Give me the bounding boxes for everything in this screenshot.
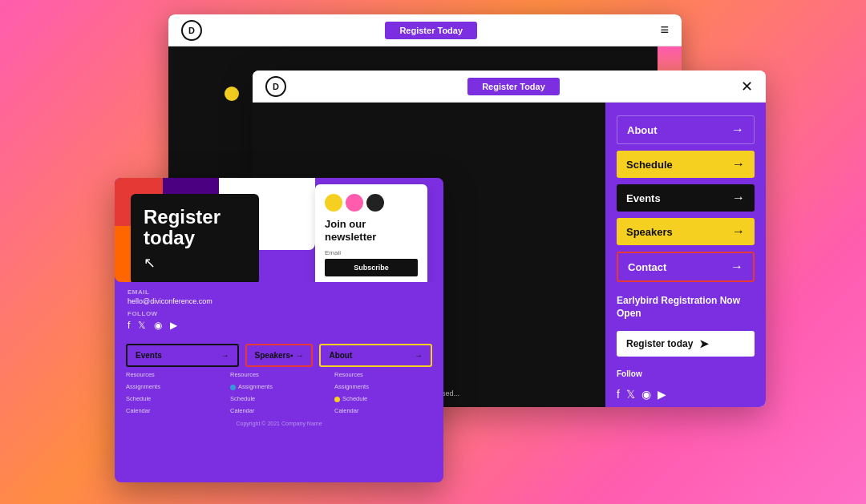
nav-item-contact[interactable]: Contact → <box>617 252 755 282</box>
newsletter-circles <box>325 194 418 212</box>
speakers-front-arrow: ▪ → <box>290 351 303 360</box>
nav-speakers-label: Speakers <box>626 226 673 238</box>
logo-back: D <box>181 20 202 41</box>
register-btn-mid[interactable]: Register Today <box>467 78 560 95</box>
newsletter-card: Join our newsletter Email Subscribe <box>315 184 427 282</box>
yellow-dot-decoration <box>225 87 239 101</box>
sub-link-col-2: Resources Assignments Schedule Calendar <box>230 370 328 416</box>
copyright: Copyright © 2021 Company Name <box>115 416 443 429</box>
nav-events-front-arrow: → <box>221 351 229 360</box>
footer-follow-label: FOLLOW <box>127 310 431 317</box>
register-btn-back[interactable]: Register Today <box>385 22 477 39</box>
nav-schedule-label: Schedule <box>626 159 673 171</box>
sub-link-calendar-1[interactable]: Calendar <box>126 406 224 416</box>
dark-circle <box>366 194 384 212</box>
menu-icon-back[interactable]: ≡ <box>660 22 669 38</box>
sub-links-row: Resources Assignments Schedule Calendar … <box>115 367 443 416</box>
sub-link-schedule-3[interactable]: Schedule <box>334 394 432 404</box>
cursor-icon-nav: ➤ <box>699 337 709 350</box>
nav-links-row: Events → Speakers ▪ → About → <box>115 344 443 367</box>
nav-panel-mid: About → Schedule → Events → Speakers → C… <box>605 103 766 407</box>
footer-instagram-icon[interactable]: ◉ <box>154 320 162 331</box>
footer-email: hello@diviconference.com <box>127 297 431 305</box>
earlybird-title-nav: Earlybird Registration Now Open <box>617 295 755 320</box>
sub-link-calendar-2[interactable]: Calendar <box>230 406 328 416</box>
nav-item-schedule[interactable]: Schedule → <box>617 151 755 178</box>
register-text: Register today <box>144 207 246 249</box>
social-youtube-icon[interactable]: ▶ <box>658 388 666 401</box>
close-icon-mid[interactable]: ✕ <box>741 78 753 95</box>
nav-link-events[interactable]: Events → <box>126 344 239 367</box>
nav-about-front-arrow: → <box>415 351 423 360</box>
sub-link-schedule-1[interactable]: Schedule <box>126 394 224 404</box>
pink-circle <box>346 194 363 212</box>
social-instagram-icon[interactable]: ◉ <box>641 388 651 401</box>
register-card[interactable]: Register today ↖ <box>131 194 259 282</box>
nav-about-label: About <box>627 124 658 136</box>
nav-speakers-front-label: Speakers <box>255 351 290 360</box>
yellow-circle <box>325 194 342 212</box>
sub-link-assignments-3[interactable]: Assignments <box>334 382 432 392</box>
nav-item-about[interactable]: About → <box>617 115 755 144</box>
social-twitter-icon[interactable]: 𝕏 <box>626 388 635 401</box>
shapes-area: Register today ↖ Join our newsletter Ema… <box>115 178 443 282</box>
footer-facebook-icon[interactable]: f <box>127 320 130 331</box>
sub-link-schedule-2[interactable]: Schedule <box>230 394 328 404</box>
nav-about-arrow: → <box>731 123 744 137</box>
sub-link-resources-3[interactable]: Resources <box>334 370 432 380</box>
cursor-icon-register: ↖ <box>144 254 156 272</box>
sub-link-resources-2[interactable]: Resources <box>230 370 328 380</box>
nav-link-speakers[interactable]: Speakers ▪ → <box>245 344 314 367</box>
sub-link-calendar-3[interactable]: Calendar <box>334 406 432 416</box>
nav-register-btn[interactable]: Register today ➤ <box>617 331 755 357</box>
nav-follow-label: Follow <box>617 369 755 378</box>
footer-twitter-icon[interactable]: 𝕏 <box>138 320 146 331</box>
footer-social: f 𝕏 ◉ ▶ <box>127 320 431 331</box>
nav-contact-label: Contact <box>628 261 666 273</box>
schedule-3-label: Schedule <box>342 394 367 404</box>
nav-link-speakers-wrapper: Speakers ▪ → <box>245 344 314 367</box>
newsletter-subscribe-btn[interactable]: Subscribe <box>325 259 418 276</box>
titlebar-mid: D Register Today ✕ <box>253 71 766 103</box>
newsletter-title: Join our newsletter <box>325 218 418 243</box>
footer-email-label: EMAIL <box>127 288 431 296</box>
sub-link-col-3: Resources Assignments Schedule Calendar <box>334 370 432 416</box>
nav-events-front-label: Events <box>136 351 162 360</box>
nav-events-arrow: → <box>732 191 745 205</box>
nav-register-label: Register today <box>626 338 693 349</box>
nav-events-label: Events <box>626 192 661 204</box>
footer-youtube-icon[interactable]: ▶ <box>170 320 177 331</box>
social-facebook-icon[interactable]: f <box>617 388 620 401</box>
nav-contact-arrow: → <box>730 260 743 274</box>
nav-speakers-arrow: → <box>732 224 745 239</box>
footer-area: EMAIL hello@diviconference.com FOLLOW f … <box>115 282 443 342</box>
yellow-dot-sub <box>334 397 340 402</box>
assignments-2-label: Assignments <box>238 382 273 392</box>
nav-about-front-label: About <box>329 351 352 360</box>
nav-schedule-arrow: → <box>732 157 745 171</box>
sub-link-assignments-1[interactable]: Assignments <box>126 382 224 392</box>
blue-dot-sub <box>230 385 236 390</box>
logo-mid: D <box>265 76 286 97</box>
nav-item-events[interactable]: Events → <box>617 184 755 212</box>
sub-link-assignments-2[interactable]: Assignments <box>230 382 328 392</box>
sub-link-resources-1[interactable]: Resources <box>126 370 224 380</box>
nav-link-about[interactable]: About → <box>319 344 432 367</box>
nav-social-icons: f 𝕏 ◉ ▶ <box>617 388 755 401</box>
nav-item-speakers[interactable]: Speakers → <box>617 218 755 245</box>
newsletter-email-label: Email <box>325 249 418 256</box>
titlebar-back: D Register Today ≡ <box>168 14 682 46</box>
window-front: Register today ↖ Join our newsletter Ema… <box>115 178 443 482</box>
sub-link-col-1: Resources Assignments Schedule Calendar <box>126 370 224 416</box>
